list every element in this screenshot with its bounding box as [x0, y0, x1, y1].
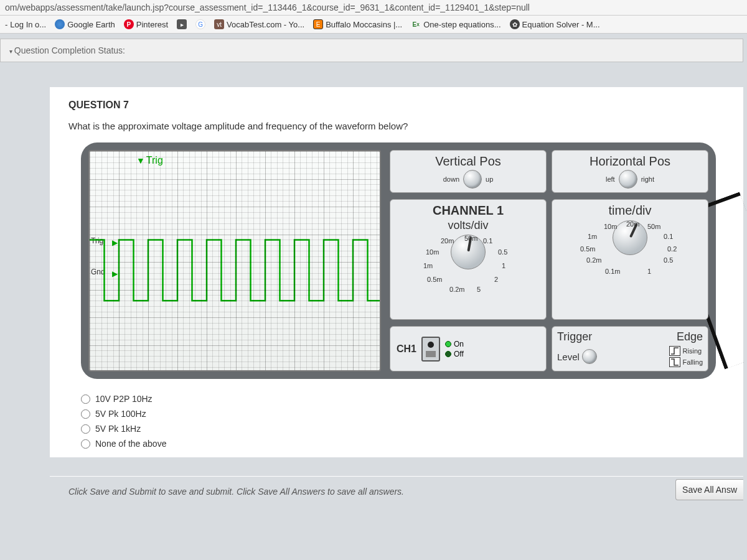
falling-label: Falling	[683, 358, 703, 366]
dial-label: 0.5m	[427, 276, 442, 283]
dial-label: 0.1	[483, 237, 492, 245]
footer-hint: Click Save and Submit to save and submit…	[68, 487, 404, 500]
e-icon: E	[313, 19, 323, 29]
dial-label: 0.5	[498, 248, 507, 256]
oscilloscope: // grid placeholder: we will generate af…	[81, 142, 716, 379]
horizontal-pos-panel: Horizontal Pos left right	[552, 150, 708, 193]
dial-label: 20m	[441, 237, 454, 245]
bookmark-vocabtest[interactable]: vtVocabTest.com - Yo...	[214, 19, 304, 29]
off-label: Off	[454, 350, 464, 358]
pinterest-icon: P	[124, 19, 134, 29]
bookmark-youtube[interactable]: ▸	[177, 19, 187, 29]
url-bar[interactable]: om/webapps/assessment/take/launch.jsp?co…	[0, 0, 747, 16]
completion-label: Question Completion Status:	[14, 45, 125, 55]
rising-edge-icon[interactable]	[669, 346, 680, 356]
bookmark-label: Buffalo Moccasins |...	[326, 20, 402, 29]
dial-label: 0.1	[664, 233, 673, 240]
on-label: On	[454, 340, 464, 348]
dial-label: 0.2m	[449, 286, 464, 293]
bookmark-label: One-step equations...	[423, 20, 500, 29]
hpos-title: Horizontal Pos	[557, 154, 703, 169]
hpos-knob[interactable]	[619, 170, 637, 189]
ch1-input-panel: CH1 On Off	[390, 326, 547, 371]
falling-edge-icon[interactable]	[669, 357, 680, 367]
edge-title: Edge	[677, 330, 703, 343]
dial-label: 1	[647, 268, 651, 275]
radio-a[interactable]	[81, 394, 90, 404]
dial-label: 0.1m	[605, 268, 620, 275]
led-off-icon	[445, 351, 451, 357]
bookmark-google[interactable]: G	[195, 19, 205, 29]
bookmark-label: Log In o...	[10, 20, 46, 29]
vpos-knob[interactable]	[463, 170, 482, 189]
vpos-title: Vertical Pos	[395, 154, 541, 169]
dial-label: 1m	[423, 262, 433, 269]
bookmark-google-earth[interactable]: Google Earth	[55, 19, 115, 29]
dial-label: 10m	[426, 248, 439, 256]
answer-option-b[interactable]: 5V Pk 100Hz	[81, 406, 725, 421]
vt-icon: vt	[214, 19, 224, 29]
bookmark-label: Google Earth	[67, 20, 115, 29]
footer: Click Save and Submit to save and submit…	[50, 476, 743, 500]
ch1-subtitle: volts/div	[395, 219, 541, 232]
answer-label: 5V Pk 100Hz	[95, 409, 146, 419]
bookmark-label: Equation Solver - M...	[522, 20, 600, 29]
bookmark-moccasins[interactable]: EBuffalo Moccasins |...	[313, 19, 402, 29]
earth-icon	[55, 19, 65, 29]
answer-label: 10V P2P 10Hz	[95, 394, 153, 404]
answer-option-a[interactable]: 10V P2P 10Hz	[81, 391, 725, 406]
question-panel: QUESTION 7 What is the approximate volta…	[50, 87, 743, 457]
led-on-icon	[445, 341, 451, 347]
completion-status-bar[interactable]: Question Completion Status:	[0, 39, 743, 62]
bookmark-onestep[interactable]: ExOne-step equations...	[411, 19, 500, 29]
question-prompt: What is the approximate voltage amplitud…	[68, 121, 725, 131]
answer-label: 5V Pk 1kHz	[95, 424, 141, 434]
dial-label: 50m	[647, 223, 660, 230]
dial-label: 0.2m	[586, 256, 601, 264]
dial-label: 20m	[626, 220, 639, 228]
dial-label: 0.5m	[580, 245, 595, 253]
ch1-title: CHANNEL 1	[395, 203, 541, 218]
dial-label: 0.2	[667, 245, 677, 253]
radio-d[interactable]	[81, 439, 90, 449]
dial-label: 5	[477, 286, 481, 293]
cog-icon: ✿	[510, 19, 520, 29]
answer-options: 10V P2P 10Hz 5V Pk 100Hz 5V Pk 1kHz None…	[81, 391, 725, 451]
question-title: QUESTION 7	[68, 100, 725, 111]
answer-option-c[interactable]: 5V Pk 1kHz	[81, 421, 725, 436]
bookmarks-bar: -Log In o... Google Earth PPinterest ▸ G…	[0, 16, 747, 34]
google-icon: G	[195, 19, 205, 29]
bookmark-eqsolver[interactable]: ✿Equation Solver - M...	[510, 19, 600, 29]
dial-label: 2	[494, 276, 498, 283]
bookmark-pinterest[interactable]: PPinterest	[124, 19, 168, 29]
channel1-panel: CHANNEL 1 volts/div 50m 0.1 0.5 1 2 5 0.…	[390, 199, 547, 320]
dial-label: 0.5	[664, 256, 673, 264]
bookmark-login[interactable]: -Log In o...	[5, 20, 46, 29]
ex-icon: Ex	[411, 19, 421, 29]
dial-label: 50m	[464, 235, 477, 242]
radio-c[interactable]	[81, 424, 90, 434]
trigger-level-knob[interactable]	[582, 349, 597, 364]
ch1-jack[interactable]	[421, 337, 440, 362]
save-all-answers-button[interactable]: Save All Answ	[675, 479, 743, 500]
vpos-left-label: down	[443, 175, 459, 183]
scope-screen: // grid placeholder: we will generate af…	[88, 150, 381, 371]
youtube-icon: ▸	[177, 19, 187, 29]
level-label: Level	[557, 352, 580, 362]
dial-label: 1m	[588, 233, 597, 240]
vertical-pos-panel: Vertical Pos down up	[390, 150, 547, 193]
dial-label: 1	[502, 262, 505, 269]
bookmark-label: Pinterest	[136, 20, 168, 29]
time-div-panel: time/div 20m 50m 0.1 0.2 0.5 1 0.1m 0.2m…	[552, 199, 708, 320]
bookmark-label: VocabTest.com - Yo...	[227, 20, 304, 29]
hpos-right-label: right	[641, 175, 654, 183]
answer-option-d[interactable]: None of the above	[81, 436, 725, 451]
dial-label: 10m	[604, 223, 617, 230]
vpos-right-label: up	[486, 175, 493, 183]
ch1-name: CH1	[397, 343, 416, 355]
hpos-left-label: left	[606, 175, 615, 183]
trigger-title: Trigger	[557, 330, 592, 343]
answer-label: None of the above	[95, 439, 166, 449]
radio-b[interactable]	[81, 409, 90, 419]
rising-label: Rising	[683, 347, 702, 355]
